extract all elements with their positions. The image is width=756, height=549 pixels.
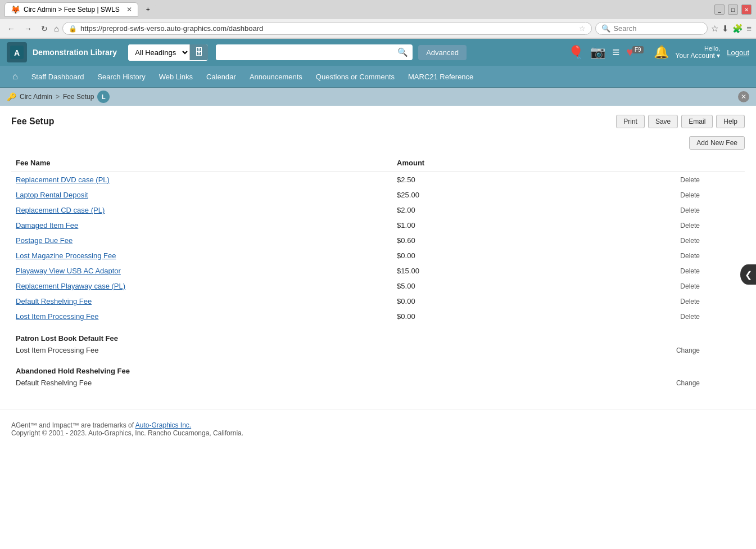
- breadcrumb-bar: 🔑 Circ Admin > Fee Setup L ✕: [0, 88, 756, 106]
- nav-announcements[interactable]: Announcements: [243, 67, 309, 87]
- breadcrumb-circ-admin[interactable]: Circ Admin: [20, 93, 52, 101]
- print-button[interactable]: Print: [616, 115, 645, 128]
- table-row: Replacement CD case (PL) $2.00 Delete: [11, 202, 745, 218]
- fee-name-link[interactable]: Default Reshelving Fee: [16, 297, 92, 305]
- window-close[interactable]: ✕: [741, 4, 752, 15]
- fee-name-link[interactable]: Replacement DVD case (PL): [16, 176, 110, 184]
- fee-name-link[interactable]: Lost Magazine Processing Fee: [16, 251, 116, 260]
- extensions-icon[interactable]: 🧩: [732, 24, 743, 34]
- user-badge: L: [97, 91, 110, 103]
- footer-copyright: Copyright © 2001 - 2023. Auto-Graphics, …: [11, 429, 745, 437]
- fee-name-link[interactable]: Replacement CD case (PL): [16, 206, 105, 214]
- abandoned-hold-change-button[interactable]: Change: [676, 379, 700, 387]
- active-tab[interactable]: 🦊 Circ Admin > Fee Setup | SWLS ✕: [4, 2, 138, 17]
- patron-lost-book-change-button[interactable]: Change: [676, 346, 700, 354]
- browser-tabs: 🦊 Circ Admin > Fee Setup | SWLS ✕ +: [4, 2, 156, 17]
- nav-staff-dashboard[interactable]: Staff Dashboard: [25, 67, 91, 87]
- window-minimize[interactable]: _: [714, 4, 725, 15]
- bookmark-icon[interactable]: ☆: [711, 24, 718, 34]
- delete-fee-button[interactable]: Delete: [680, 206, 700, 214]
- nav-web-links[interactable]: Web Links: [152, 67, 200, 87]
- delete-fee-button[interactable]: Delete: [680, 282, 700, 290]
- database-icon[interactable]: 🗄: [190, 44, 208, 60]
- search-type-select[interactable]: All Headings: [128, 44, 189, 61]
- email-button[interactable]: Email: [681, 115, 713, 128]
- fee-name-link[interactable]: Replacement Playaway case (PL): [16, 282, 125, 290]
- bell-icon[interactable]: 🔔: [654, 45, 669, 60]
- browser-search-input[interactable]: [613, 24, 698, 33]
- address-input[interactable]: [80, 24, 576, 33]
- page-header: Fee Setup Print Save Email Help: [11, 115, 745, 128]
- fee-name-link[interactable]: Lost Item Processing Fee: [16, 312, 98, 321]
- new-tab-btn[interactable]: +: [141, 3, 156, 16]
- tab-close-icon[interactable]: ✕: [126, 6, 132, 14]
- search-type-wrap: All Headings 🗄: [128, 44, 208, 61]
- back-button[interactable]: ←: [4, 23, 18, 34]
- fee-amount: $15.00: [392, 263, 510, 278]
- sidebar-toggle-button[interactable]: ❮: [740, 264, 756, 285]
- advanced-button[interactable]: Advanced: [418, 45, 467, 60]
- fee-name-link[interactable]: Damaged Item Fee: [16, 221, 78, 230]
- delete-fee-button[interactable]: Delete: [680, 252, 700, 260]
- hello-label: Hello,: [704, 45, 720, 52]
- delete-fee-button[interactable]: Delete: [680, 222, 700, 230]
- download-icon[interactable]: ⬇: [722, 24, 729, 34]
- save-button[interactable]: Save: [648, 115, 678, 128]
- nav-calendar[interactable]: Calendar: [200, 67, 243, 87]
- close-breadcrumb-button[interactable]: ✕: [738, 91, 749, 102]
- delete-fee-button[interactable]: Delete: [680, 191, 700, 199]
- menu-icon[interactable]: ≡: [746, 24, 752, 33]
- nav-marc21[interactable]: MARC21 Reference: [401, 67, 480, 87]
- add-new-fee-button[interactable]: Add New Fee: [689, 136, 745, 150]
- breadcrumb-fee-setup[interactable]: Fee Setup: [63, 93, 94, 101]
- fee-name-link[interactable]: Playaway View USB AC Adaptor: [16, 267, 121, 275]
- footer-link[interactable]: Auto-Graphics Inc.: [135, 421, 191, 429]
- nav-search-history[interactable]: Search History: [90, 67, 152, 87]
- col-fee-name: Fee Name: [11, 156, 392, 172]
- delete-fee-button[interactable]: Delete: [680, 267, 700, 275]
- star-icon[interactable]: ☆: [579, 24, 586, 33]
- forward-button[interactable]: →: [21, 23, 35, 34]
- list-icon[interactable]: ≡: [612, 45, 619, 59]
- patron-lost-book-value: Lost Item Processing Fee: [11, 344, 392, 357]
- col-amount: Amount: [392, 156, 510, 172]
- search-text-input[interactable]: [216, 45, 393, 60]
- balloon-icon[interactable]: 🎈: [568, 45, 583, 60]
- delete-fee-button[interactable]: Delete: [680, 313, 700, 321]
- fee-amount: $25.00: [392, 187, 510, 202]
- nav-bar: ⌂ Staff Dashboard Search History Web Lin…: [0, 66, 756, 88]
- home-nav-button[interactable]: ⌂: [54, 24, 59, 33]
- search-input-wrap: 🔍: [216, 44, 413, 60]
- patron-lost-book-value-row: Lost Item Processing Fee Change: [11, 344, 745, 357]
- account-label: Your Account ▾: [676, 52, 721, 60]
- nav-home[interactable]: ⌂: [6, 66, 25, 87]
- fee-amount: $0.00: [392, 309, 510, 324]
- patron-lost-book-section-title: Patron Lost Book Default Fee: [11, 324, 745, 344]
- camera-icon[interactable]: 📷: [590, 45, 605, 60]
- window-maximize[interactable]: □: [728, 4, 738, 15]
- delete-fee-button[interactable]: Delete: [680, 298, 700, 305]
- table-row: Postage Due Fee $0.60 Delete: [11, 233, 745, 248]
- logout-button[interactable]: Logout: [727, 48, 749, 57]
- table-row: Lost Item Processing Fee $0.00 Delete: [11, 309, 745, 324]
- refresh-button[interactable]: ↻: [38, 23, 51, 34]
- patron-lost-book-header-row: Patron Lost Book Default Fee: [11, 324, 745, 344]
- fee-name-link[interactable]: Postage Due Fee: [16, 236, 73, 245]
- fee-name-link[interactable]: Laptop Rental Deposit: [16, 191, 88, 199]
- browser-toolbar: ← → ↻ ⌂ 🔒 ☆ 🔍 ☆ ⬇ 🧩 ≡: [0, 19, 756, 38]
- table-row: Replacement DVD case (PL) $2.50 Delete: [11, 172, 745, 188]
- search-go-button[interactable]: 🔍: [393, 44, 413, 60]
- account-section[interactable]: Hello, Your Account ▾: [676, 45, 721, 60]
- delete-fee-button[interactable]: Delete: [680, 237, 700, 245]
- help-button[interactable]: Help: [716, 115, 745, 128]
- app-header: A Demonstration Library All Headings 🗄 🔍…: [0, 39, 756, 66]
- delete-fee-button[interactable]: Delete: [680, 176, 700, 184]
- window-controls: _ □ ✕: [714, 4, 752, 15]
- footer: AGent™ and Impact™ are trademarks of Aut…: [0, 410, 756, 443]
- fee-amount: $0.00: [392, 248, 510, 263]
- table-row: Lost Magazine Processing Fee $0.00 Delet…: [11, 248, 745, 263]
- nav-questions[interactable]: Questions or Comments: [309, 67, 401, 87]
- browser-search-wrap: 🔍: [595, 22, 708, 35]
- fee-amount: $5.00: [392, 278, 510, 294]
- breadcrumb-key-icon: 🔑: [7, 92, 16, 101]
